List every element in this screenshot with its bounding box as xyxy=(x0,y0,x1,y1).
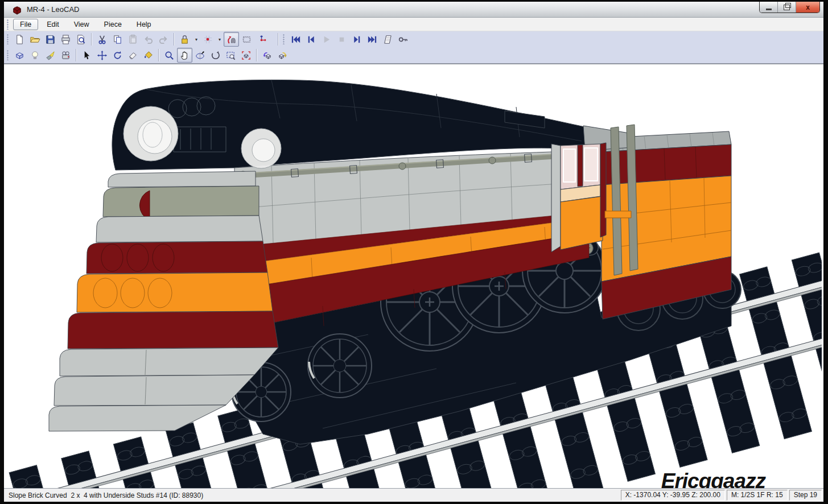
piece-next-button[interactable] xyxy=(275,48,290,63)
delete-button[interactable] xyxy=(125,48,141,63)
nose-skirt-gray xyxy=(60,348,278,376)
new-file-button[interactable] xyxy=(12,32,27,47)
menu-edit[interactable]: Edit xyxy=(40,19,65,30)
move-arrows-icon xyxy=(97,50,108,61)
copy-icon xyxy=(112,34,123,45)
relative-transform-button[interactable] xyxy=(239,32,254,47)
snap-rotate-button[interactable] xyxy=(224,32,239,47)
menu-piece[interactable]: Piece xyxy=(98,19,128,30)
piece-next-icon xyxy=(277,50,288,61)
menubar-grip[interactable] xyxy=(7,19,9,30)
previous-step-button[interactable] xyxy=(303,32,319,47)
time-toolbar-grip[interactable] xyxy=(283,34,285,44)
first-step-icon xyxy=(290,34,301,45)
play-button[interactable] xyxy=(319,32,334,47)
open-file-button[interactable] xyxy=(27,32,43,47)
paint-button[interactable] xyxy=(141,48,156,63)
headlight-secondary xyxy=(241,129,281,168)
open-folder-icon xyxy=(30,34,40,45)
toolbar-separator xyxy=(76,49,77,61)
status-bar: Slope Brick Curved 2 x 4 with Underside … xyxy=(4,488,823,502)
transform-button[interactable] xyxy=(254,32,270,47)
application-window: MR-4 - LeoCAD x File Edit View Piece Hel… xyxy=(4,2,823,502)
cab xyxy=(551,143,606,252)
menu-help[interactable]: Help xyxy=(130,19,158,30)
close-button[interactable]: x xyxy=(796,2,819,13)
camera-button[interactable] xyxy=(58,48,73,63)
stop-icon xyxy=(336,34,347,45)
light-button[interactable] xyxy=(27,48,43,63)
piece-previous-icon xyxy=(262,50,273,61)
spotlight-button[interactable] xyxy=(43,48,58,63)
insert-step-sheet-icon xyxy=(382,34,393,45)
title-bar[interactable]: MR-4 - LeoCAD x xyxy=(4,2,823,18)
menu-view[interactable]: View xyxy=(68,19,96,30)
lock-menu-button[interactable]: ▾ xyxy=(192,32,200,47)
wireframe-box-icon xyxy=(241,34,252,45)
undo-arrow-icon xyxy=(143,34,154,45)
save-floppy-icon xyxy=(45,34,56,45)
print-button[interactable] xyxy=(58,32,73,47)
last-step-button[interactable] xyxy=(365,32,380,47)
magnifier-icon xyxy=(164,50,175,61)
paint-bucket-icon xyxy=(143,50,154,61)
next-step-icon xyxy=(352,34,362,45)
last-step-icon xyxy=(367,34,378,45)
undo-button[interactable] xyxy=(141,32,156,47)
window-frame: MR-4 - LeoCAD x File Edit View Piece Hel… xyxy=(0,0,828,504)
redo-arrow-icon xyxy=(158,34,169,45)
paste-clipboard-icon xyxy=(127,34,138,45)
model-viewport-canvas[interactable] xyxy=(4,64,822,488)
piece-previous-button[interactable] xyxy=(259,48,275,63)
light-bulb-icon xyxy=(30,50,40,61)
tools-toolbar-grip[interactable] xyxy=(7,50,9,60)
status-step: Step 19 xyxy=(789,490,822,501)
chevron-down-icon: ▾ xyxy=(219,37,221,42)
window-controls: x xyxy=(759,2,820,13)
next-step-button[interactable] xyxy=(349,32,365,47)
toolbar-separator xyxy=(158,49,159,61)
cab-window-pane xyxy=(563,149,575,182)
paste-button[interactable] xyxy=(125,32,141,47)
pilot-wheel xyxy=(308,334,372,398)
pan-button[interactable] xyxy=(177,48,192,63)
save-file-button[interactable] xyxy=(43,32,58,47)
insert-step-button[interactable] xyxy=(380,32,396,47)
roll-button[interactable] xyxy=(208,48,223,63)
move-button[interactable] xyxy=(94,48,110,63)
stop-button[interactable] xyxy=(334,32,349,47)
redo-button[interactable] xyxy=(156,32,171,47)
lego-brick-icon xyxy=(12,5,22,15)
window-title: MR-4 - LeoCAD xyxy=(27,5,79,14)
rotate-button[interactable] xyxy=(110,48,125,63)
print-preview-button[interactable] xyxy=(73,32,89,47)
lock-button[interactable] xyxy=(177,32,192,47)
status-part-name: Slope Brick Curved 2 x 4 with Underside … xyxy=(4,491,621,499)
zoom-button[interactable] xyxy=(162,48,177,63)
zoom-extents-button[interactable] xyxy=(238,48,254,63)
menu-file[interactable]: File xyxy=(13,19,38,30)
model-viewport[interactable]: Ericqqaazz xyxy=(4,64,823,488)
copy-button[interactable] xyxy=(110,32,125,47)
spotlight-icon xyxy=(45,50,56,61)
transform-axes-icon xyxy=(257,34,267,45)
key-icon xyxy=(398,34,409,45)
insert-piece-button[interactable] xyxy=(12,48,27,63)
standard-toolbar-grip[interactable] xyxy=(7,34,9,44)
select-arrow-icon xyxy=(81,50,92,61)
minimize-button[interactable] xyxy=(760,2,778,13)
snap-move-button[interactable] xyxy=(200,32,216,47)
cab-maroon-strip xyxy=(600,143,606,237)
snap-move-menu-button[interactable]: ▾ xyxy=(216,32,224,47)
cut-button[interactable] xyxy=(94,32,110,47)
brick-icon xyxy=(14,50,25,61)
restore-button[interactable] xyxy=(778,2,796,13)
add-keys-button[interactable] xyxy=(396,32,411,47)
zoom-region-button[interactable] xyxy=(223,48,238,63)
first-step-button[interactable] xyxy=(288,32,303,47)
watermark: Ericqqaazz xyxy=(661,469,765,488)
rotate-view-button[interactable] xyxy=(192,48,208,63)
pan-hand-icon xyxy=(179,50,190,61)
select-button[interactable] xyxy=(79,48,94,63)
snap-grid-icon xyxy=(203,34,213,45)
